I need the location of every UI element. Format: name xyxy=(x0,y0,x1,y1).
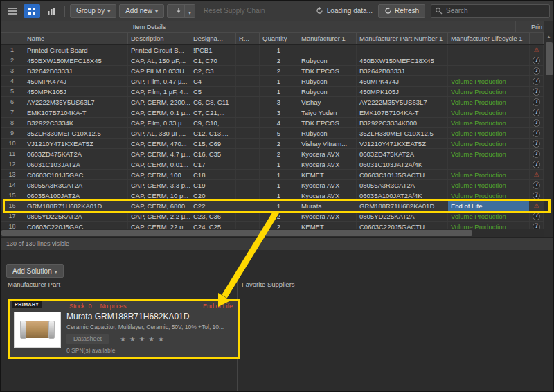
vertical-scroll-thumb[interactable] xyxy=(546,42,553,75)
datasheet-button[interactable]: Datasheet xyxy=(66,334,109,344)
status-icon[interactable] xyxy=(530,55,544,65)
table-row[interactable]: 15 06035A100JAT2A CAP, CERM, 10 p... C20… xyxy=(1,190,544,201)
table-row[interactable]: 13 C0603C101J5GAC CAP, CERM, 100... C18 … xyxy=(1,170,544,180)
cell-name: 450MPK105J xyxy=(24,87,128,96)
status-icon[interactable] xyxy=(530,97,544,107)
cell-manufacturer: TDK EPCOS xyxy=(298,66,357,75)
row-number: 17 xyxy=(1,211,24,221)
status-icon[interactable] xyxy=(530,139,544,148)
status-icon[interactable] xyxy=(530,118,544,127)
column-header-description[interactable]: Description xyxy=(128,33,190,44)
cell-lifecycle: Volume Production xyxy=(448,222,530,229)
status-icon[interactable] xyxy=(530,107,544,117)
horizontal-scrollbar[interactable] xyxy=(1,229,544,237)
status-icon[interactable] xyxy=(530,128,544,138)
chart-view-button[interactable] xyxy=(43,4,60,18)
search-input[interactable] xyxy=(446,7,546,15)
column-header-revision[interactable]: R... xyxy=(236,33,260,44)
cell-quantity: 2 xyxy=(260,211,298,221)
cell-name: B32642B0333J xyxy=(24,66,128,75)
cell-description: CAP FILM 0.033U... xyxy=(128,66,190,75)
table-row[interactable]: 3 B32642B0333J CAP FILM 0.033U... C2, C3… xyxy=(1,66,544,76)
column-header-manufacturer[interactable]: Manufacturer 1 xyxy=(298,33,357,44)
refresh-button[interactable]: Refresh xyxy=(378,4,425,18)
status-icon[interactable] xyxy=(530,66,544,75)
table-row[interactable]: 7 EMK107B7104KA-T CAP, CERM, 0.1 µ... C7… xyxy=(1,107,544,118)
toolbar-right: Loading data... Refresh xyxy=(316,4,550,18)
status-icon[interactable] xyxy=(530,149,544,159)
manufacturer-part-card[interactable]: PRIMARY Stock: 0 No prices End of Life M… xyxy=(8,299,240,359)
add-solution-label: Add Solution xyxy=(12,267,52,275)
part-actions-row: Datasheet ★ ★ ★ ★ ★ xyxy=(66,334,233,344)
cell-manufacturer: KEMET xyxy=(298,222,357,229)
column-header-quantity[interactable]: Quantity xyxy=(260,33,298,44)
table-row[interactable]: 6 AY2222M35Y5US63L7 CAP, CERM, 2200... C… xyxy=(1,97,544,107)
cell-revision xyxy=(236,190,260,200)
capacitor-terminal xyxy=(20,321,26,339)
column-header-mpn[interactable]: Manufacturer Part Number 1 xyxy=(357,33,448,44)
column-header-name[interactable]: Name xyxy=(24,33,128,44)
cell-manufacturer: Kyocera AVX xyxy=(298,149,357,159)
status-icon[interactable] xyxy=(530,211,544,221)
cell-designator: C18 xyxy=(190,170,236,179)
status-icon[interactable] xyxy=(530,87,544,96)
row-number: 5 xyxy=(1,87,24,96)
add-solution-button[interactable]: Add Solution xyxy=(6,264,64,278)
table-row[interactable]: 12 06031C103JAT2A CAP, CERM, 0.01... C17… xyxy=(1,159,544,170)
cell-name: 08055A3R3CAT2A xyxy=(24,180,128,190)
row-number: 10 xyxy=(1,139,24,148)
column-header-designator[interactable]: Designa... xyxy=(190,33,236,44)
group-by-button[interactable]: Group by xyxy=(70,4,116,18)
status-icon[interactable] xyxy=(530,180,544,190)
row-number: 8 xyxy=(1,118,24,127)
row-number: 4 xyxy=(1,76,24,86)
table-row[interactable]: 2 450BXW150MEFC18X45 CAP, AL, 150 µF,...… xyxy=(1,55,544,66)
table-row[interactable]: 11 0603ZD475KAT2A CAP, CERM, 4.7 µ... C1… xyxy=(1,149,544,159)
status-icon[interactable] xyxy=(530,201,544,211)
cell-description: CAP, CERM, 470... xyxy=(128,139,190,148)
table-row[interactable]: 16 GRM188R71H682KA01D CAP, CERM, 6800...… xyxy=(1,201,544,211)
chevron-down-icon xyxy=(107,7,110,15)
toolbar: Group by Add new Reset Supply Chain Load… xyxy=(1,1,553,21)
table-row[interactable]: 14 08055A3R3CAT2A CAP, CERM, 3.3 p... C1… xyxy=(1,180,544,190)
cell-manufacturer: Kyocera AVX xyxy=(298,190,357,200)
cell-lifecycle: Volume Production xyxy=(448,149,530,159)
cell-revision xyxy=(236,139,260,148)
card-body: Murata GRM188R71H682KA01D Ceramic Capaci… xyxy=(10,310,238,357)
table-row[interactable]: 8 B32922C3334K CAP, Film, 0.33 µ... C9, … xyxy=(1,118,544,128)
status-icon[interactable] xyxy=(530,159,544,169)
bom-view-button[interactable] xyxy=(24,4,40,18)
row-number: 9 xyxy=(1,128,24,138)
table-row[interactable]: 18 C0603C220J5GAC CAP, CERM, 22 p... C24… xyxy=(1,222,544,229)
table-row[interactable]: 1 Printed Circuit Board Printed Circuit … xyxy=(1,45,544,55)
table-row[interactable]: 10 VJ1210Y471KXEAT5Z CAP, CERM, 470... C… xyxy=(1,139,544,149)
status-icon[interactable] xyxy=(530,222,544,229)
table-row[interactable]: 4 450MPK474J CAP, Film, 0.47 µ... C4 1 R… xyxy=(1,76,544,87)
horizontal-scroll-thumb[interactable] xyxy=(1,230,472,236)
scrollbar-corner xyxy=(544,229,553,237)
table-row[interactable]: 5 450MPK105J CAP, Film, 1 µF, 4... C5 1 … xyxy=(1,87,544,97)
row-number: 18 xyxy=(1,222,24,229)
column-header-lifecycle[interactable]: Manufacturer Lifecycle 1 xyxy=(448,33,530,44)
menu-button[interactable] xyxy=(4,4,21,18)
status-icon[interactable] xyxy=(530,170,544,179)
sort-button[interactable] xyxy=(168,5,184,17)
status-icon[interactable] xyxy=(530,45,544,55)
table-row[interactable]: 17 0805YD225KAT2A CAP, CERM, 2.2 µ... C2… xyxy=(1,211,544,222)
status-icon[interactable] xyxy=(530,190,544,200)
sort-dropdown-button[interactable] xyxy=(184,5,195,17)
status-icon[interactable] xyxy=(530,76,544,86)
cell-description: CAP, CERM, 6800... xyxy=(128,201,190,211)
cell-description: CAP, Film, 0.33 µ... xyxy=(128,118,190,127)
column-header-row: Name Description Designa... R... Quantit… xyxy=(1,33,544,45)
add-new-button[interactable]: Add new xyxy=(119,4,164,18)
table-row[interactable]: 9 35ZLH330MEFC10X12.5 CAP, AL, 330 µF,..… xyxy=(1,128,544,139)
vertical-scrollbar[interactable] xyxy=(544,33,553,229)
stock-text: Stock: 0 xyxy=(69,303,92,310)
capacitor-image xyxy=(21,321,53,338)
cell-description: CAP, CERM, 0.1 µ... xyxy=(128,107,190,117)
scroll-up-icon[interactable] xyxy=(544,33,553,41)
cell-manufacturer: Rubycon xyxy=(298,55,357,65)
cell-lifecycle: Volume Production xyxy=(448,170,530,179)
cell-name: B32922C3334K xyxy=(24,118,128,127)
